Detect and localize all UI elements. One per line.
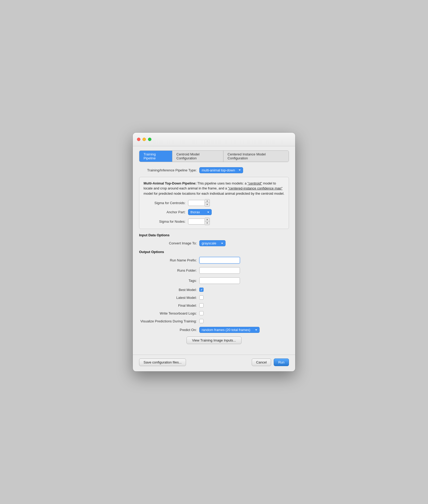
footer: Save configuration files... Cancel Run <box>133 355 295 366</box>
sigma-nodes-up[interactable]: ▲ <box>205 218 210 221</box>
predict-on-row: Predict On: random frames (20 total fram… <box>139 327 289 333</box>
sigma-nodes-spinbox: 5.00 ▲ ▼ <box>188 218 210 225</box>
sigma-centroids-row: Sigma for Centroids: 5.00 ▲ ▼ <box>144 199 284 206</box>
tensorboard-checkbox[interactable] <box>199 311 204 315</box>
latest-model-checkbox-wrapper[interactable] <box>199 295 204 300</box>
sigma-centroids-up[interactable]: ▲ <box>205 199 210 203</box>
sigma-centroids-input[interactable]: 5.00 <box>188 200 205 206</box>
convert-image-row: Convert Image To: grayscalergbnone <box>139 240 289 246</box>
final-model-row: Final Model: <box>139 303 289 307</box>
tab-training-pipeline[interactable]: Training Pipeline <box>139 151 172 162</box>
run-name-prefix-label: Run Name Prefix: <box>139 258 197 262</box>
final-model-label: Final Model: <box>139 304 197 307</box>
main-window: Training Pipeline Centroid Model Configu… <box>133 133 295 372</box>
visualize-checkbox-wrapper[interactable] <box>199 319 204 323</box>
best-model-label: Best Model: <box>139 288 197 292</box>
sigma-nodes-row: Sigma for Nodes: 5.00 ▲ ▼ <box>144 218 284 225</box>
tab-centered-instance[interactable]: Centered Instance Model Configuration <box>223 151 289 162</box>
sigma-nodes-label: Sigma for Nodes: <box>144 219 185 224</box>
anchor-part-select-wrapper[interactable]: thoraxheadabdomen <box>188 209 212 215</box>
final-model-checkbox-wrapper[interactable] <box>199 303 204 307</box>
pipeline-type-label: Training/Inference Pipeline Type: <box>139 168 197 172</box>
latest-model-row: Latest Model: <box>139 295 289 300</box>
best-model-checkbox-wrapper[interactable] <box>199 288 204 292</box>
main-content: Training Pipeline Centroid Model Configu… <box>133 146 295 351</box>
best-model-checkbox[interactable] <box>199 288 204 292</box>
latest-model-label: Latest Model: <box>139 296 197 300</box>
sigma-centroids-buttons: ▲ ▼ <box>205 199 210 206</box>
predict-on-label: Predict On: <box>139 328 197 332</box>
tab-centroid-model[interactable]: Centroid Model Configuration <box>172 151 223 162</box>
info-box-fields: Sigma for Centroids: 5.00 ▲ ▼ Anchor Par… <box>144 199 284 225</box>
predict-on-select[interactable]: random frames (20 total frames)first fra… <box>199 327 260 333</box>
run-name-prefix-row: Run Name Prefix: topdown_test <box>139 257 289 264</box>
cancel-button[interactable]: Cancel <box>252 359 271 366</box>
run-button[interactable]: Run <box>274 359 289 366</box>
footer-btn-group: Cancel Run <box>252 359 289 366</box>
final-model-checkbox[interactable] <box>199 303 204 307</box>
tags-row: Tags: <box>139 277 289 284</box>
pipeline-type-select[interactable]: multi-animal top-downsingle animalmulti-… <box>199 167 243 173</box>
convert-image-value[interactable]: grayscalergbnone <box>199 240 226 246</box>
info-text-after: model for predicted node locations for e… <box>144 192 284 195</box>
tags-value[interactable] <box>199 277 240 284</box>
tensorboard-row: Write Tensorboard Logs: <box>139 311 289 315</box>
tensorboard-label: Write Tensorboard Logs: <box>139 311 197 315</box>
info-title: Multi-Animal Top-Down Pipeline: <box>144 181 196 185</box>
sigma-centroids-label: Sigma for Centroids: <box>144 200 185 206</box>
pipeline-type-row: Training/Inference Pipeline Type: multi-… <box>139 167 289 173</box>
info-text-before: This pipeline uses two models: a <box>197 181 247 185</box>
view-training-button[interactable]: View Training Image Inputs... <box>186 337 241 344</box>
sigma-nodes-input[interactable]: 5.00 <box>188 219 205 225</box>
convert-image-label: Convert Image To: <box>139 241 197 245</box>
sigma-nodes-buttons: ▲ ▼ <box>205 218 210 225</box>
close-button[interactable] <box>137 138 140 141</box>
visualize-checkbox[interactable] <box>199 319 204 323</box>
tags-input[interactable] <box>199 277 240 284</box>
run-name-prefix-input[interactable]: topdown_test <box>199 257 240 264</box>
anchor-part-row: Anchor Part: thoraxheadabdomen <box>144 209 284 215</box>
run-name-prefix-value[interactable]: topdown_test <box>199 257 240 264</box>
sigma-nodes-down[interactable]: ▼ <box>205 221 210 225</box>
tab-bar: Training Pipeline Centroid Model Configu… <box>139 150 289 162</box>
runs-folder-value[interactable]: models <box>199 267 240 274</box>
input-data-heading: Input Data Options <box>139 233 289 237</box>
save-config-button[interactable]: Save configuration files... <box>139 359 186 366</box>
visualize-label: Visualize Predictions During Training: <box>139 319 197 323</box>
latest-model-checkbox[interactable] <box>199 295 204 300</box>
traffic-lights <box>137 138 151 141</box>
view-training-wrapper: View Training Image Inputs... <box>139 337 289 344</box>
centroid-link[interactable]: "centroid" <box>248 181 262 185</box>
info-box: Multi-Animal Top-Down Pipeline: This pip… <box>139 177 289 229</box>
titlebar <box>133 133 295 146</box>
visualize-row: Visualize Predictions During Training: <box>139 319 289 323</box>
output-options-heading: Output Options <box>139 250 289 254</box>
convert-image-select[interactable]: grayscalergbnone <box>199 240 226 246</box>
maximize-button[interactable] <box>148 138 151 141</box>
predict-on-value[interactable]: random frames (20 total frames)first fra… <box>199 327 260 333</box>
runs-folder-input[interactable]: models <box>199 267 240 274</box>
best-model-row: Best Model: <box>139 288 289 292</box>
anchor-part-label: Anchor Part: <box>144 210 185 215</box>
pipeline-type-value[interactable]: multi-animal top-downsingle animalmulti-… <box>199 167 243 173</box>
sigma-centroids-down[interactable]: ▼ <box>205 203 210 206</box>
sigma-centroids-spinbox: 5.00 ▲ ▼ <box>188 199 210 206</box>
anchor-part-select[interactable]: thoraxheadabdomen <box>188 209 212 215</box>
confidence-link[interactable]: "centered-instance confidence map" <box>228 186 282 190</box>
runs-folder-label: Runs Folder: <box>139 268 197 272</box>
minimize-button[interactable] <box>142 138 146 141</box>
runs-folder-row: Runs Folder: models <box>139 267 289 274</box>
tags-label: Tags: <box>139 279 197 283</box>
tensorboard-checkbox-wrapper[interactable] <box>199 311 204 315</box>
info-description: Multi-Animal Top-Down Pipeline: This pip… <box>144 181 284 196</box>
